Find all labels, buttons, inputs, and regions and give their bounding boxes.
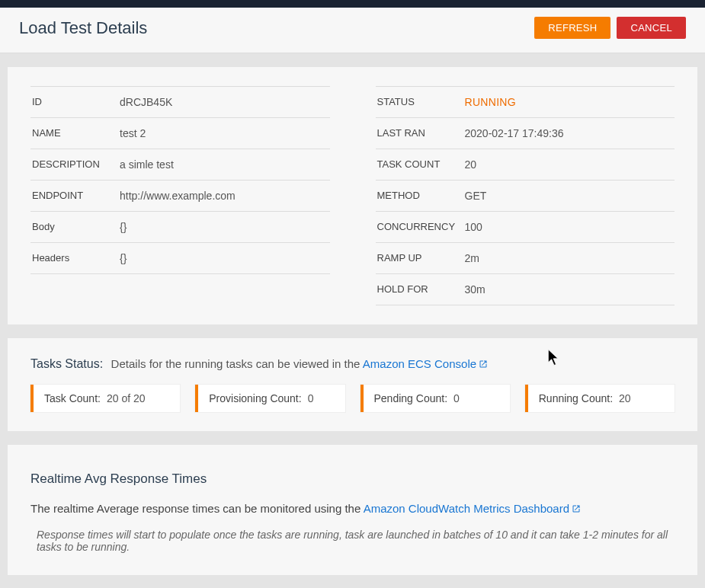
detail-value: 2020-02-17 17:49:36 (465, 127, 564, 139)
detail-value: {} (120, 252, 127, 264)
detail-row: ENDPOINThttp://www.example.com (30, 181, 330, 212)
count-label: Running Count: (539, 392, 613, 404)
count-label: Task Count: (44, 392, 101, 404)
link-text: Amazon CloudWatch Metrics Dashboard (364, 502, 569, 515)
count-value: 0 (308, 392, 314, 404)
detail-label: Headers (32, 252, 120, 264)
detail-row: HOLD FOR30m (376, 274, 675, 305)
detail-value: dRCJB45K (120, 96, 172, 108)
detail-value: {} (120, 221, 127, 233)
realtime-note: Response times will start to populate on… (30, 526, 675, 556)
detail-row: IDdRCJB45K (30, 86, 330, 118)
detail-label: DESCRIPTION (32, 158, 120, 170)
detail-row: Body{} (30, 212, 330, 243)
detail-label: LAST RAN (377, 127, 465, 139)
pending-count-box: Pending Count:0 (361, 385, 510, 412)
detail-label: STATUS (377, 96, 465, 107)
count-value: 0 (453, 392, 460, 404)
details-panel: IDdRCJB45K NAMEtest 2 DESCRIPTIONa simle… (8, 67, 697, 324)
details-right-column: STATUSRUNNING LAST RAN2020-02-17 17:49:3… (376, 86, 675, 305)
detail-value: 30m (465, 283, 485, 296)
task-counts-row: Task Count:20 of 20 Provisioning Count:0… (30, 385, 675, 412)
page-header: Load Test Details REFRESH CANCEL (0, 8, 705, 53)
tasks-status-subtitle: Details for the running tasks can be vie… (111, 357, 488, 370)
tasks-subtitle-text: Details for the running tasks can be vie… (111, 357, 363, 370)
realtime-panel: Realtime Avg Response Times The realtime… (8, 445, 697, 575)
detail-value: 100 (465, 221, 482, 233)
detail-label: TASK COUNT (377, 158, 465, 170)
count-label: Pending Count: (374, 392, 448, 404)
realtime-text-prefix: The realtime Average response times can … (30, 502, 364, 515)
cloudwatch-link[interactable]: Amazon CloudWatch Metrics Dashboard (364, 502, 581, 515)
count-value: 20 (619, 392, 631, 404)
count-label: Provisioning Count: (209, 392, 301, 404)
app-topbar (0, 0, 705, 8)
detail-row: METHODGET (376, 181, 675, 212)
running-count-box: Running Count:20 (525, 385, 675, 412)
provisioning-count-box: Provisioning Count:0 (195, 385, 344, 412)
ecs-console-link[interactable]: Amazon ECS Console (363, 357, 488, 370)
refresh-button[interactable]: REFRESH (534, 17, 610, 39)
detail-label: NAME (32, 127, 120, 139)
detail-label: ID (32, 96, 120, 107)
detail-label: METHOD (377, 190, 465, 201)
detail-label: Body (32, 221, 120, 232)
status-value: RUNNING (465, 96, 516, 108)
detail-label: ENDPOINT (32, 190, 120, 201)
external-link-icon (572, 503, 581, 512)
link-text: Amazon ECS Console (363, 357, 476, 370)
detail-label: RAMP UP (377, 252, 465, 264)
detail-row: NAMEtest 2 (30, 118, 330, 149)
count-value: 20 of 20 (107, 392, 146, 404)
detail-label: HOLD FOR (377, 283, 465, 295)
detail-value: test 2 (120, 127, 146, 139)
external-link-icon (479, 358, 488, 367)
page-title: Load Test Details (19, 18, 147, 38)
detail-value: 2m (465, 252, 479, 264)
details-left-column: IDdRCJB45K NAMEtest 2 DESCRIPTIONa simle… (30, 86, 330, 305)
header-buttons: REFRESH CANCEL (534, 17, 686, 39)
detail-row: LAST RAN2020-02-17 17:49:36 (376, 118, 675, 149)
detail-row: DESCRIPTIONa simle test (30, 149, 330, 181)
detail-value: a simle test (120, 158, 174, 171)
detail-row: STATUSRUNNING (376, 86, 675, 118)
detail-row: Headers{} (30, 243, 330, 274)
detail-value: 20 (465, 158, 477, 171)
detail-row: TASK COUNT20 (376, 149, 675, 181)
task-count-box: Task Count:20 of 20 (30, 385, 180, 412)
detail-value: http://www.example.com (120, 190, 236, 202)
tasks-status-title: Tasks Status: (30, 357, 103, 370)
tasks-status-panel: Tasks Status: Details for the running ta… (8, 338, 697, 431)
detail-value: GET (465, 190, 487, 202)
realtime-title: Realtime Avg Response Times (30, 471, 675, 487)
detail-label: CONCURRENCY (377, 221, 465, 232)
detail-row: RAMP UP2m (376, 243, 675, 274)
realtime-text: The realtime Average response times can … (30, 502, 675, 515)
cancel-button[interactable]: CANCEL (617, 17, 686, 39)
detail-row: CONCURRENCY100 (376, 212, 675, 243)
